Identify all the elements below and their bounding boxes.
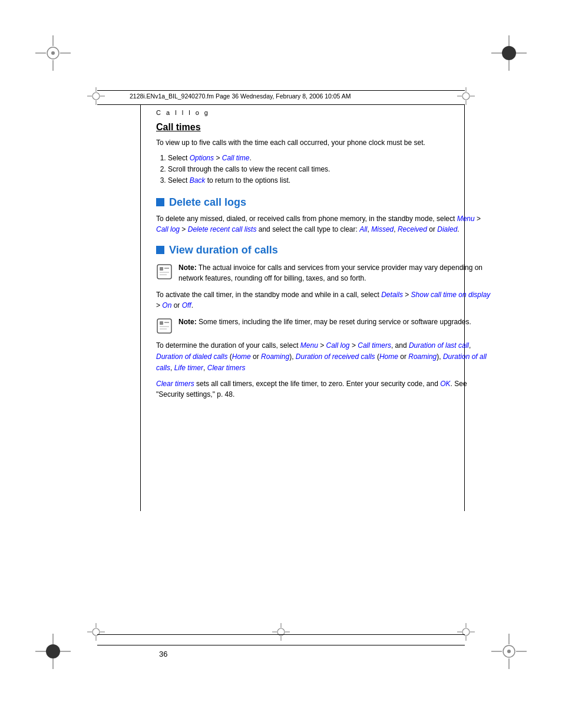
note-box-2: Note: Some timers, including the life ti… [156, 317, 491, 334]
link-duration-last: Duration of last call [409, 341, 469, 350]
footer-line-bottom [97, 645, 465, 645]
link-off: Off [182, 301, 191, 309]
call-times-heading: Call times [156, 122, 491, 133]
left-vline [140, 104, 141, 511]
link-on: On [162, 301, 171, 309]
section-label: C a l l l o g [156, 109, 491, 116]
svg-point-12 [46, 644, 60, 658]
header-line-bottom [97, 104, 465, 105]
delete-call-logs-heading: Delete call logs [169, 196, 246, 209]
svg-point-23 [92, 93, 100, 100]
note-text-2: Note: Some timers, including the life ti… [178, 317, 471, 327]
clear-timers-text: Clear timers sets all call timers, excep… [156, 378, 491, 400]
call-times-steps: Select Options > Call time. Scroll throu… [168, 153, 491, 187]
corner-marker-tr [491, 35, 527, 71]
note-icon-1 [156, 263, 173, 280]
link-duration-dialed: Duration of dialed calls [156, 353, 227, 361]
note-box-1: Note: The actual invoice for calls and s… [156, 262, 491, 284]
link-calllog-2: Call log [326, 341, 350, 350]
determine-duration-text: To determine the duration of your calls,… [156, 340, 491, 374]
link-all: All [359, 225, 367, 233]
link-clear-timers-1: Clear timers [207, 364, 246, 372]
page: 2128i.ENv1a_BIL_9240270.fm Page 36 Wedne… [0, 0, 562, 728]
svg-point-7 [502, 46, 516, 60]
link-dialed: Dialed [437, 225, 457, 233]
link-ok: OK [440, 380, 450, 388]
link-life-timer: Life timer [174, 364, 203, 372]
step-2: Scroll through the calls to view the rec… [168, 164, 491, 175]
link-home-1: Home [232, 353, 251, 361]
main-content: C a l l l o g Call times To view up to f… [156, 109, 491, 634]
link-call-timers: Call timers [358, 341, 391, 350]
note-text-1: Note: The actual invoice for calls and s… [178, 262, 491, 284]
svg-point-28 [462, 93, 470, 100]
svg-rect-48 [157, 265, 171, 279]
view-duration-section: View duration of calls [156, 244, 491, 256]
link-back: Back [190, 176, 206, 185]
delete-call-logs-section: Delete call logs [156, 196, 491, 209]
link-roaming-2: Roaming [408, 353, 437, 361]
svg-rect-54 [160, 321, 163, 325]
link-options: Options [190, 154, 214, 162]
delete-call-logs-body: To delete any missed, dialed, or receive… [156, 213, 491, 235]
svg-point-1 [51, 51, 55, 55]
step-3: Select Back to return to the options lis… [168, 175, 491, 186]
link-clear-timers-2: Clear timers [156, 380, 194, 388]
link-home-2: Home [379, 353, 398, 361]
corner-marker-bl [35, 634, 71, 669]
corner-marker-tl [35, 35, 71, 71]
link-call-time: Call time [222, 154, 250, 162]
link-received: Received [398, 225, 427, 233]
link-delete-recent: Delete recent call lists [188, 225, 257, 233]
link-show-call-time: Show call time on display [411, 291, 491, 299]
blue-square-duration [156, 246, 164, 254]
activate-timer-text: To activate the call timer, in the stand… [156, 289, 491, 311]
header-line-top [97, 90, 465, 91]
view-duration-heading: View duration of calls [169, 244, 278, 256]
step-1: Select Options > Call time. [168, 153, 491, 164]
link-menu-2: Menu [300, 341, 318, 350]
svg-point-18 [507, 650, 511, 653]
link-calllog-1: Call log [156, 225, 180, 233]
svg-rect-49 [160, 267, 163, 271]
corner-marker-br [491, 634, 527, 669]
blue-square-delete [156, 198, 164, 206]
header-filename: 2128i.ENv1a_BIL_9240270.fm Page 36 Wedne… [130, 93, 351, 100]
link-menu-1: Menu [457, 215, 475, 223]
link-details: Details [381, 291, 403, 299]
link-roaming-1: Roaming [261, 353, 289, 361]
note-icon-2 [156, 318, 173, 334]
call-times-title: Call times [156, 122, 201, 132]
link-duration-received: Duration of received calls [296, 353, 375, 361]
link-missed: Missed [371, 225, 394, 233]
call-times-intro: To view up to five calls with the time e… [156, 137, 491, 148]
svg-rect-53 [157, 319, 171, 333]
inner-marker-bl [87, 623, 105, 641]
footer-line-top [97, 634, 465, 635]
page-number: 36 [159, 650, 167, 658]
